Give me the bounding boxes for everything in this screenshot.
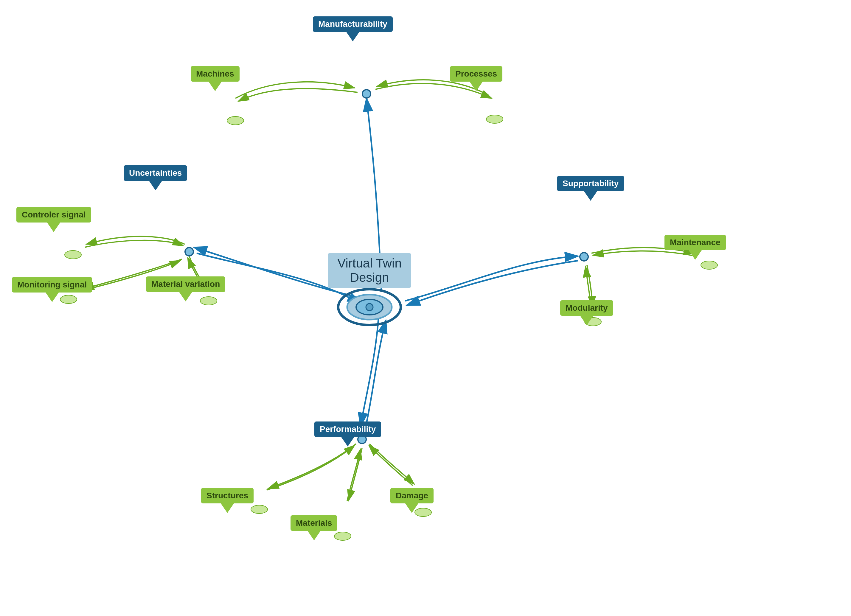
processes-label: Processes	[450, 66, 502, 82]
machines-triangle	[209, 82, 222, 91]
machines-label: Machines	[191, 66, 239, 82]
structures-triangle	[221, 503, 234, 513]
performability-label: Performability	[314, 422, 381, 437]
svg-point-8	[486, 115, 503, 123]
node-processes: Processes	[450, 66, 502, 91]
uncertainties-triangle	[149, 181, 162, 190]
maintenance-label: Maintenance	[665, 235, 726, 250]
modularity-label: Modularity	[560, 300, 613, 316]
controler-signal-label: Controler signal	[17, 207, 91, 222]
supportability-label: Supportability	[557, 176, 624, 191]
svg-point-9	[65, 251, 81, 259]
node-monitoring-signal: Monitoring signal	[12, 277, 92, 302]
manufacturability-triangle	[346, 32, 359, 41]
connections-svg	[0, 0, 851, 616]
monitoring-signal-label: Monitoring signal	[12, 277, 92, 293]
damage-triangle	[405, 503, 418, 513]
svg-point-5	[580, 252, 588, 261]
maintenance-triangle	[689, 250, 702, 260]
node-material-variation: Material variation	[146, 276, 225, 302]
controler-signal-triangle	[47, 222, 60, 232]
center-label: Virtual Twin Design	[328, 253, 411, 288]
structures-label: Structures	[201, 488, 254, 503]
damage-label: Damage	[390, 488, 433, 503]
manufacturability-label: Manufacturability	[313, 17, 393, 32]
svg-point-12	[701, 261, 717, 269]
node-supportability: Supportability	[557, 176, 624, 201]
modularity-triangle	[580, 316, 593, 325]
node-controler-signal: Controler signal	[17, 207, 91, 232]
diagram-container: Virtual Twin Design Manufacturability Un…	[0, 0, 851, 616]
svg-point-3	[362, 90, 371, 98]
node-structures: Structures	[201, 488, 254, 513]
node-maintenance: Maintenance	[665, 235, 726, 260]
materials-label: Materials	[290, 515, 337, 531]
supportability-triangle	[584, 191, 597, 201]
monitoring-signal-triangle	[46, 293, 59, 302]
uncertainties-label: Uncertainties	[124, 165, 187, 181]
material-variation-label: Material variation	[146, 276, 225, 292]
node-materials: Materials	[290, 515, 337, 540]
node-machines: Machines	[191, 66, 239, 91]
svg-point-4	[185, 248, 193, 256]
node-damage: Damage	[390, 488, 433, 513]
materials-triangle	[308, 531, 320, 540]
node-performability: Performability	[314, 422, 381, 446]
processes-triangle	[470, 82, 483, 91]
node-uncertainties: Uncertainties	[124, 165, 187, 190]
center-node: Virtual Twin Design	[328, 253, 411, 328]
performability-triangle	[341, 437, 354, 446]
node-modularity: Modularity	[560, 300, 613, 325]
svg-point-20	[366, 303, 373, 311]
node-manufacturability: Manufacturability	[313, 17, 393, 41]
material-variation-triangle	[179, 292, 192, 302]
svg-point-7	[227, 116, 244, 125]
